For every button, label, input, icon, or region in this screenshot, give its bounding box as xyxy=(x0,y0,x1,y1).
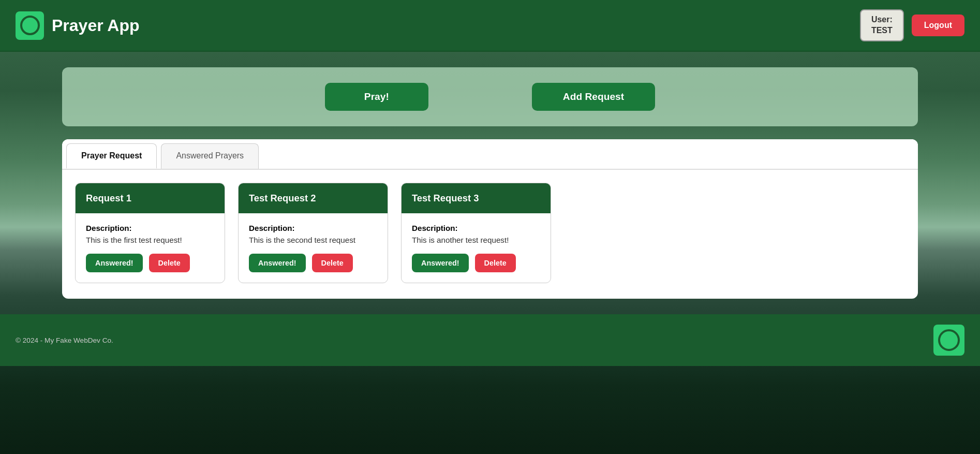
footer-copyright: © 2024 - My Fake WebDev Co. xyxy=(16,336,113,344)
card-3-desc-label: Description: xyxy=(412,224,540,232)
main-content: Pray! Add Request Prayer Request Answere… xyxy=(0,52,980,314)
card-3-answered-button[interactable]: Answered! xyxy=(412,254,469,272)
brand: Prayer App xyxy=(16,11,140,40)
brand-logo-circle xyxy=(20,16,40,35)
prayer-card-3: Test Request 3 Description: This is anot… xyxy=(401,183,551,283)
tabs-header: Prayer Request Answered Prayers xyxy=(62,139,918,170)
card-1-actions: Answered! Delete xyxy=(86,254,214,272)
navbar-right: User:TEST Logout xyxy=(860,9,964,41)
card-3-actions: Answered! Delete xyxy=(412,254,540,272)
logout-button[interactable]: Logout xyxy=(912,14,964,36)
navbar: Prayer App User:TEST Logout xyxy=(0,0,980,52)
card-2-actions: Answered! Delete xyxy=(249,254,377,272)
card-1-header: Request 1 xyxy=(76,183,225,213)
card-1-title: Request 1 xyxy=(86,193,131,203)
card-2-desc-text: This is the second test request xyxy=(249,236,377,244)
action-panel: Pray! Add Request xyxy=(62,67,918,126)
card-3-body: Description: This is another test reques… xyxy=(402,213,551,283)
card-2-answered-button[interactable]: Answered! xyxy=(249,254,306,272)
footer-logo-icon xyxy=(933,325,964,356)
card-3-title: Test Request 3 xyxy=(412,193,479,203)
card-3-desc-text: This is another test request! xyxy=(412,236,540,244)
user-badge: User:TEST xyxy=(860,9,904,41)
card-3-delete-button[interactable]: Delete xyxy=(475,254,516,272)
tab-answered-prayers[interactable]: Answered Prayers xyxy=(161,143,259,169)
card-1-delete-button[interactable]: Delete xyxy=(149,254,190,272)
card-1-body: Description: This is the first test requ… xyxy=(76,213,225,283)
tabs-panel: Prayer Request Answered Prayers Request … xyxy=(62,139,918,299)
cards-container: Request 1 Description: This is the first… xyxy=(62,170,918,299)
app-title: Prayer App xyxy=(52,16,140,35)
card-2-title: Test Request 2 xyxy=(249,193,316,203)
card-2-desc-label: Description: xyxy=(249,224,377,232)
card-2-header: Test Request 2 xyxy=(239,183,388,213)
tab-prayer-request[interactable]: Prayer Request xyxy=(66,143,157,169)
card-1-desc-label: Description: xyxy=(86,224,214,232)
card-2-body: Description: This is the second test req… xyxy=(239,213,388,283)
prayer-card-2: Test Request 2 Description: This is the … xyxy=(238,183,388,283)
add-request-button[interactable]: Add Request xyxy=(532,83,655,111)
card-3-header: Test Request 3 xyxy=(402,183,551,213)
card-1-answered-button[interactable]: Answered! xyxy=(86,254,143,272)
card-1-desc-text: This is the first test request! xyxy=(86,236,214,244)
card-2-delete-button[interactable]: Delete xyxy=(312,254,353,272)
footer-logo-circle xyxy=(938,329,960,351)
footer: © 2024 - My Fake WebDev Co. xyxy=(0,314,980,366)
pray-button[interactable]: Pray! xyxy=(325,83,428,111)
brand-logo-icon xyxy=(16,11,44,40)
prayer-card-1: Request 1 Description: This is the first… xyxy=(75,183,225,283)
